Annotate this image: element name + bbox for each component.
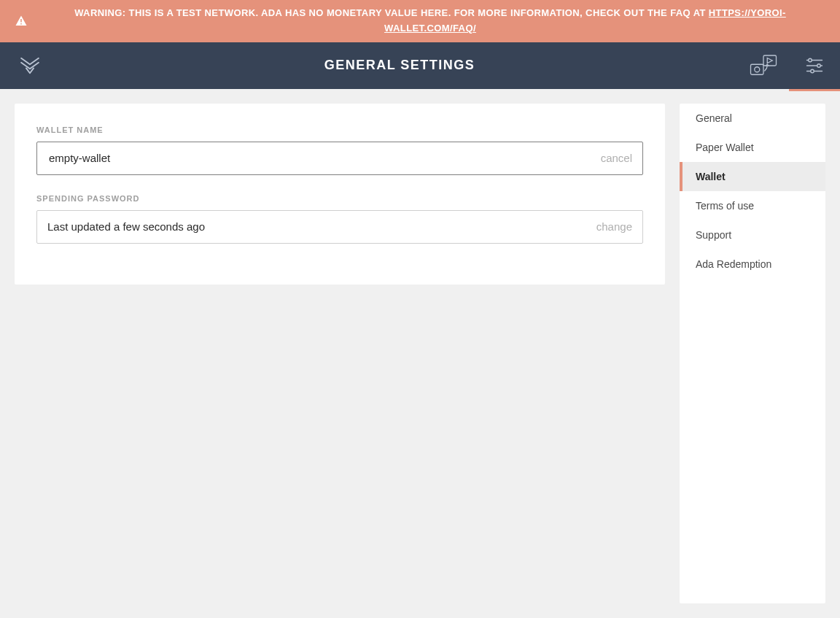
wallet-name-cancel-button[interactable]: cancel <box>601 152 632 164</box>
sidebar-item-label: Paper Wallet <box>696 142 754 153</box>
daedalus-transfer-button[interactable] <box>738 42 789 89</box>
sidebar-item-label: Wallet <box>696 171 726 182</box>
svg-point-10 <box>811 69 814 73</box>
sidebar-item-label: Ada Redemption <box>696 258 771 270</box>
sidebar-item-wallet[interactable]: Wallet <box>680 162 825 191</box>
settings-sidebar: General Paper Wallet Wallet Terms of use… <box>680 104 825 603</box>
spending-password-status: Last updated a few seconds ago <box>47 220 596 233</box>
svg-point-6 <box>809 58 812 62</box>
page-title: GENERAL SETTINGS <box>61 42 738 89</box>
svg-point-4 <box>755 66 760 72</box>
main-content: WALLET NAME cancel SPENDING PASSWORD Las… <box>0 89 840 618</box>
header-actions <box>738 42 840 89</box>
svg-rect-0 <box>20 19 22 23</box>
spending-password-label: SPENDING PASSWORD <box>36 194 643 203</box>
wallet-name-input[interactable] <box>47 151 601 165</box>
svg-rect-3 <box>751 64 764 74</box>
spending-password-box: Last updated a few seconds ago change <box>36 210 643 244</box>
warning-icon <box>15 15 28 28</box>
settings-card: WALLET NAME cancel SPENDING PASSWORD Las… <box>15 104 665 285</box>
wallet-name-box: cancel <box>36 142 643 175</box>
sidebar-item-support[interactable]: Support <box>680 220 825 250</box>
wallet-name-field-group: WALLET NAME cancel <box>36 125 643 175</box>
sidebar-item-label: General <box>696 112 732 124</box>
logo[interactable] <box>18 42 61 89</box>
sidebar-item-ada-redemption[interactable]: Ada Redemption <box>680 250 825 279</box>
svg-point-8 <box>817 63 821 67</box>
app-header: GENERAL SETTINGS <box>0 42 840 89</box>
sidebar-item-terms-of-use[interactable]: Terms of use <box>680 191 825 220</box>
warning-text: WARNING: THIS IS A TEST NETWORK. ADA HAS… <box>35 6 825 36</box>
spending-password-field-group: SPENDING PASSWORD Last updated a few sec… <box>36 194 643 244</box>
settings-button[interactable] <box>789 42 840 89</box>
sidebar-item-paper-wallet[interactable]: Paper Wallet <box>680 133 825 162</box>
svg-rect-1 <box>20 23 22 25</box>
sidebar-item-general[interactable]: General <box>680 104 825 133</box>
spending-password-change-button[interactable]: change <box>596 220 632 233</box>
wallet-name-label: WALLET NAME <box>36 125 643 134</box>
sidebar-item-label: Terms of use <box>696 200 754 212</box>
sidebar-item-label: Support <box>696 229 731 241</box>
warning-banner: WARNING: THIS IS A TEST NETWORK. ADA HAS… <box>0 0 840 42</box>
svg-rect-2 <box>763 55 777 66</box>
